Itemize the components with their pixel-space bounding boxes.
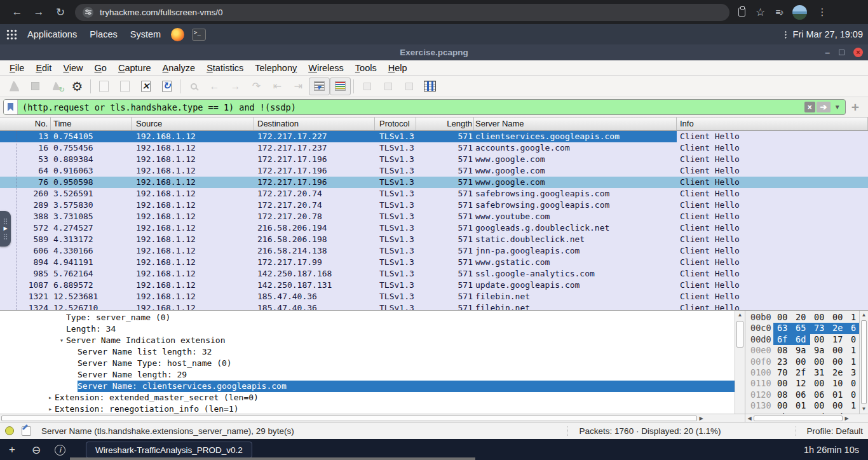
profile-avatar[interactable]	[792, 5, 807, 20]
maximize-icon[interactable]	[839, 50, 844, 55]
packet-row[interactable]: 8944.941191192.168.1.12172.217.17.99TLSv…	[0, 257, 868, 268]
tree-collapsed-icon[interactable]: ▸	[46, 403, 55, 414]
address-bar[interactable]: tryhackme.com/fullscreen-vms/0	[75, 4, 729, 21]
hex-byte[interactable]: 10	[829, 378, 847, 389]
capture-comment-icon[interactable]	[22, 426, 31, 436]
scroll-right-icon[interactable]: ▶	[843, 416, 851, 421]
hex-byte[interactable]: 9a	[792, 345, 810, 356]
firefox-icon[interactable]	[171, 28, 184, 41]
hex-byte[interactable]: 08	[773, 345, 792, 356]
detail-line[interactable]: Server Name list length: 32	[0, 346, 745, 358]
packet-row[interactable]: 530.889384192.168.1.12172.217.17.196TLSv…	[0, 154, 868, 165]
menu-help[interactable]: Help	[383, 62, 413, 74]
menu-analyze[interactable]: Analyze	[157, 62, 201, 74]
hex-byte[interactable]: 00	[792, 356, 810, 367]
menu-wireless[interactable]: Wireless	[302, 62, 349, 74]
panel-indicator-dots-icon[interactable]	[784, 30, 787, 39]
menu-view[interactable]: View	[57, 62, 88, 74]
packet-row[interactable]: 160.755456192.168.1.12172.217.17.237TLSv…	[0, 142, 868, 154]
menu-telephony[interactable]: Telephony	[249, 62, 302, 74]
taskbar-add-icon[interactable]: +	[0, 443, 24, 456]
hex-byte[interactable]: 01	[792, 400, 810, 411]
details-hscrollbar[interactable]: ▶	[0, 414, 745, 422]
colorize-icon[interactable]	[330, 78, 351, 95]
hex-byte[interactable]: 00	[773, 400, 792, 411]
hex-byte[interactable]: 73	[810, 323, 829, 334]
menu-statistics[interactable]: Statistics	[201, 62, 249, 74]
hex-byte[interactable]: 20	[792, 312, 810, 323]
menu-places[interactable]: Places	[83, 27, 124, 41]
details-vscrollbar[interactable]: ▲	[735, 311, 745, 414]
column-header-server-name[interactable]: Server Name	[474, 118, 677, 130]
hex-byte[interactable]: 00	[829, 356, 847, 367]
detail-line[interactable]: Server Name Type: host_name (0)	[0, 358, 745, 369]
packet-row[interactable]: 132412.526710192.168.1.12185.47.40.36TLS…	[0, 302, 868, 310]
expert-info-icon[interactable]	[5, 426, 14, 435]
column-header-destination[interactable]: Destination	[254, 118, 375, 130]
browser-reload-icon[interactable]: ↻	[50, 6, 71, 19]
column-header-no[interactable]: No.	[0, 118, 51, 130]
scroll-up-icon[interactable]: ▲	[735, 311, 745, 320]
terminal-icon[interactable]: >_	[192, 29, 206, 41]
reload-file-icon[interactable]: ↻	[156, 78, 177, 95]
packet-row[interactable]: 5894.313172192.168.1.12216.58.206.198TLS…	[0, 234, 868, 245]
hex-hscrollbar[interactable]: ◀ ▶	[745, 414, 868, 422]
hex-byte[interactable]: 2f	[792, 367, 810, 378]
column-header-protocol[interactable]: Protocol	[375, 118, 416, 130]
vm-side-drawer-handle[interactable]: ▶	[0, 211, 11, 247]
hex-byte[interactable]: 00	[829, 400, 847, 411]
hex-byte[interactable]: 00	[810, 334, 829, 345]
hex-byte[interactable]: 2e	[829, 323, 847, 334]
hex-byte[interactable]: 01	[829, 389, 847, 400]
menu-file[interactable]: File	[4, 62, 30, 74]
browser-back-icon[interactable]: ←	[6, 6, 28, 18]
hex-byte[interactable]: 9a	[810, 345, 829, 356]
bookmark-star-icon[interactable]: ☆	[756, 7, 765, 18]
packet-row[interactable]: 6064.330166192.168.1.12216.58.214.138TLS…	[0, 245, 868, 257]
packet-row[interactable]: 130.754105192.168.1.12172.217.17.227TLSv…	[0, 131, 868, 142]
packet-row[interactable]: 5724.274527192.168.1.12216.58.206.194TLS…	[0, 222, 868, 234]
hex-byte[interactable]: 70	[773, 367, 792, 378]
wireshark-titlebar[interactable]: Exercise.pcapng – ×	[0, 44, 868, 60]
capture-options-icon[interactable]: ⚙	[67, 78, 88, 95]
menu-capture[interactable]: Capture	[112, 62, 157, 74]
hex-byte[interactable]: 06	[792, 389, 810, 400]
panel-clock[interactable]: Fri Mar 27, 19:09	[793, 29, 863, 39]
hex-byte[interactable]: 00	[810, 312, 829, 323]
hex-byte[interactable]: 65	[792, 323, 810, 334]
filter-apply-icon[interactable]: ➔	[817, 102, 831, 112]
column-header-time[interactable]: Time	[51, 118, 132, 130]
browser-forward-icon[interactable]: →	[28, 6, 50, 18]
clipboard-icon[interactable]	[738, 8, 745, 17]
resize-columns-icon[interactable]	[419, 78, 440, 95]
hex-byte[interactable]: 12	[792, 378, 810, 389]
hex-vscrollbar[interactable]: ▲ ▼	[859, 311, 868, 414]
status-profile[interactable]: Profile: Default	[796, 426, 863, 436]
hex-byte[interactable]: 00	[810, 356, 829, 367]
browser-menu-icon[interactable]: ⋮	[817, 6, 827, 18]
column-header-source[interactable]: Source	[132, 118, 254, 130]
scroll-right-icon[interactable]: ▶	[697, 416, 705, 421]
menu-tools[interactable]: Tools	[349, 62, 383, 74]
detail-line[interactable]: Type: server_name (0)	[0, 312, 745, 323]
hex-byte[interactable]: 17	[829, 334, 847, 345]
packet-row[interactable]: 760.950598192.168.1.12172.217.17.196TLSv…	[0, 177, 868, 188]
packet-row[interactable]: 2893.575830192.168.1.12172.217.20.74TLSv…	[0, 200, 868, 211]
detail-line[interactable]: Length: 34	[0, 323, 745, 335]
tree-collapsed-icon[interactable]: ▸	[46, 392, 55, 403]
taskbar-window-button[interactable]: Wireshark-TrafficAnalysis_PROD_v0.2	[86, 442, 252, 458]
column-header-info[interactable]: Info	[677, 118, 868, 130]
hex-byte[interactable]: 00	[829, 345, 847, 356]
detail-line[interactable]: ▸Extension: renegotiation_info (len=1)	[0, 403, 745, 414]
menu-applications[interactable]: Applications	[21, 27, 83, 41]
scroll-down-icon[interactable]: ▼	[860, 405, 868, 414]
close-file-icon[interactable]: ×	[135, 78, 156, 95]
hex-byte[interactable]: 31	[810, 367, 829, 378]
filter-add-button[interactable]: +	[846, 100, 865, 115]
media-controls-icon[interactable]: ≡♪	[775, 7, 782, 17]
packet-row[interactable]: 2603.526591192.168.1.12172.217.20.74TLSv…	[0, 188, 868, 200]
detail-line[interactable]: Server Name: clientservices.googleapis.c…	[0, 381, 745, 392]
packet-row[interactable]: 3883.731085192.168.1.12172.217.20.78TLSv…	[0, 211, 868, 222]
detail-line[interactable]: ▾Server Name Indication extension	[0, 335, 745, 346]
detail-line[interactable]: ▸Extension: extended_master_secret (len=…	[0, 392, 745, 403]
